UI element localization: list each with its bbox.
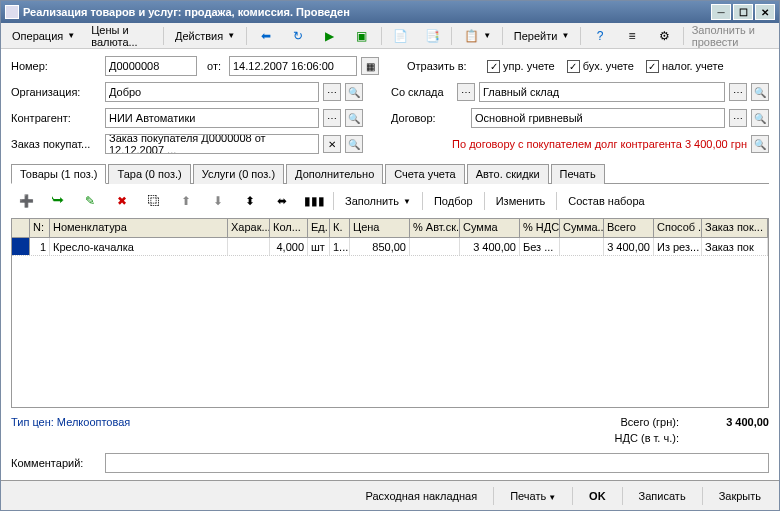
grid-body[interactable]: 1 Кресло-качалка 4,000 шт 1... 850,00 3 … bbox=[12, 238, 768, 407]
sort-desc-icon[interactable]: ⬌ bbox=[267, 191, 297, 211]
nav-reload-icon[interactable]: ↻ bbox=[283, 26, 313, 46]
col-k[interactable]: К. bbox=[330, 219, 350, 237]
help-icon[interactable]: ? bbox=[585, 26, 615, 46]
debt-lookup-icon[interactable]: 🔍 bbox=[751, 135, 769, 153]
number-label: Номер: bbox=[11, 60, 101, 72]
move-up-icon[interactable]: ⬆ bbox=[171, 191, 201, 211]
org-select-icon[interactable]: ⋯ bbox=[323, 83, 341, 101]
warehouse-label: Со склада bbox=[391, 86, 453, 98]
calendar-icon[interactable]: ▦ bbox=[361, 57, 379, 75]
tax-checkbox[interactable]: ✓ bbox=[646, 60, 659, 73]
tab-print[interactable]: Печать bbox=[551, 164, 605, 184]
acc-label: бух. учете bbox=[583, 60, 634, 72]
warehouse-lookup-icon[interactable]: 🔍 bbox=[751, 83, 769, 101]
organization-label: Организация: bbox=[11, 86, 101, 98]
select-button[interactable]: Подбор bbox=[427, 191, 480, 211]
delete-row-icon[interactable]: ✖ bbox=[107, 191, 137, 211]
maximize-button[interactable]: ☐ bbox=[733, 4, 753, 20]
save-button[interactable]: Записать bbox=[631, 488, 694, 504]
contract-lookup-icon[interactable]: 🔍 bbox=[751, 109, 769, 127]
col-method[interactable]: Способ ... bbox=[654, 219, 702, 237]
col-nomenclature[interactable]: Номенклатура bbox=[50, 219, 228, 237]
copy-row-icon[interactable]: ⿻ bbox=[139, 191, 169, 211]
col-characteristic[interactable]: Харак... bbox=[228, 219, 270, 237]
set-content-button[interactable]: Состав набора bbox=[561, 191, 651, 211]
create-based-icon[interactable]: 📋▼ bbox=[456, 26, 498, 46]
contractor-select-icon[interactable]: ⋯ bbox=[323, 109, 341, 127]
close-button[interactable]: ✕ bbox=[755, 4, 775, 20]
list-icon[interactable]: ≡ bbox=[617, 26, 647, 46]
add-row-icon[interactable]: ➕ bbox=[11, 191, 41, 211]
goods-grid: N: Номенклатура Харак... Кол... Ед. К. Ц… bbox=[11, 218, 769, 408]
unpost-icon[interactable]: ▣ bbox=[347, 26, 377, 46]
print-button[interactable]: Печать▼ bbox=[502, 488, 564, 504]
col-unit[interactable]: Ед. bbox=[308, 219, 330, 237]
org-lookup-icon[interactable]: 🔍 bbox=[345, 83, 363, 101]
vat-label: НДС (в т. ч.): bbox=[599, 432, 679, 444]
warehouse-select-icon[interactable]: ⋯ bbox=[729, 83, 747, 101]
col-marker[interactable] bbox=[12, 219, 30, 237]
from-label: от: bbox=[201, 60, 225, 72]
warehouse-type-icon[interactable]: ⋯ bbox=[457, 83, 475, 101]
invoice-button[interactable]: Расходная накладная bbox=[357, 488, 485, 504]
close-button-bottom[interactable]: Закрыть bbox=[711, 488, 769, 504]
col-autodisc[interactable]: % Авт.ск. bbox=[410, 219, 460, 237]
total-label: Всего (грн): bbox=[599, 416, 679, 428]
comment-input[interactable] bbox=[105, 453, 769, 473]
col-sum[interactable]: Сумма bbox=[460, 219, 520, 237]
edit-row-icon[interactable]: ✎ bbox=[75, 191, 105, 211]
tab-goods[interactable]: Товары (1 поз.) bbox=[11, 164, 106, 184]
sort-asc-icon[interactable]: ⬍ bbox=[235, 191, 265, 211]
table-row[interactable]: 1 Кресло-качалка 4,000 шт 1... 850,00 3 … bbox=[12, 238, 768, 256]
number-input[interactable]: Д0000008 bbox=[105, 56, 197, 76]
col-vatsum[interactable]: Сумма... bbox=[560, 219, 604, 237]
minimize-button[interactable]: ─ bbox=[711, 4, 731, 20]
settings-icon[interactable]: ⚙ bbox=[649, 26, 679, 46]
copy-icon[interactable]: 📄 bbox=[385, 26, 415, 46]
main-toolbar: Операция▼ Цены и валюта... Действия▼ ⬅ ↻… bbox=[1, 23, 779, 49]
date-input[interactable]: 14.12.2007 16:06:00 bbox=[229, 56, 357, 76]
tab-extra[interactable]: Дополнительно bbox=[286, 164, 383, 184]
order-clear-icon[interactable]: ✕ bbox=[323, 135, 341, 153]
change-button[interactable]: Изменить bbox=[489, 191, 553, 211]
contract-label: Договор: bbox=[391, 112, 467, 124]
tab-tara[interactable]: Тара (0 поз.) bbox=[108, 164, 190, 184]
vat-value bbox=[699, 432, 769, 444]
col-price[interactable]: Цена bbox=[350, 219, 410, 237]
col-qty[interactable]: Кол... bbox=[270, 219, 308, 237]
ok-button[interactable]: OK bbox=[581, 488, 614, 504]
goto-menu[interactable]: Перейти▼ bbox=[507, 26, 577, 46]
order-lookup-icon[interactable]: 🔍 bbox=[345, 135, 363, 153]
tab-services[interactable]: Услуги (0 поз.) bbox=[193, 164, 284, 184]
prices-button[interactable]: Цены и валюта... bbox=[84, 26, 159, 46]
based-on-icon[interactable]: 📑 bbox=[417, 26, 447, 46]
organization-input[interactable]: Добро bbox=[105, 82, 319, 102]
fill-post-label[interactable]: Заполнить и провести bbox=[688, 24, 775, 48]
contractor-input[interactable]: НИИ Автоматики bbox=[105, 108, 319, 128]
barcode-icon[interactable]: ▮▮▮ bbox=[299, 191, 329, 211]
col-vatpct[interactable]: % НДС bbox=[520, 219, 560, 237]
mgmt-label: упр. учете bbox=[503, 60, 555, 72]
operation-menu[interactable]: Операция▼ bbox=[5, 26, 82, 46]
tax-label: налог. учете bbox=[662, 60, 724, 72]
nav-back-icon[interactable]: ⬅ bbox=[251, 26, 281, 46]
tab-accounts[interactable]: Счета учета bbox=[385, 164, 464, 184]
col-n[interactable]: N: bbox=[30, 219, 50, 237]
warehouse-input[interactable]: Главный склад bbox=[479, 82, 725, 102]
actions-menu[interactable]: Действия▼ bbox=[168, 26, 242, 46]
fill-menu[interactable]: Заполнить▼ bbox=[338, 191, 418, 211]
insert-row-icon[interactable]: ⮩ bbox=[43, 191, 73, 211]
tabs: Товары (1 поз.) Тара (0 поз.) Услуги (0 … bbox=[11, 163, 769, 184]
order-input[interactable]: Заказ покупателя Д0000008 от 12.12.2007 … bbox=[105, 134, 319, 154]
contract-input[interactable]: Основной гривневый bbox=[471, 108, 725, 128]
grid-toolbar: ➕ ⮩ ✎ ✖ ⿻ ⬆ ⬇ ⬍ ⬌ ▮▮▮ Заполнить▼ Подбор … bbox=[11, 188, 769, 214]
mgmt-checkbox[interactable]: ✓ bbox=[487, 60, 500, 73]
acc-checkbox[interactable]: ✓ bbox=[567, 60, 580, 73]
contractor-lookup-icon[interactable]: 🔍 bbox=[345, 109, 363, 127]
contract-select-icon[interactable]: ⋯ bbox=[729, 109, 747, 127]
post-icon[interactable]: ▶ bbox=[315, 26, 345, 46]
col-order[interactable]: Заказ пок... bbox=[702, 219, 768, 237]
move-down-icon[interactable]: ⬇ bbox=[203, 191, 233, 211]
col-total[interactable]: Всего bbox=[604, 219, 654, 237]
tab-autodiscounts[interactable]: Авто. скидки bbox=[467, 164, 549, 184]
